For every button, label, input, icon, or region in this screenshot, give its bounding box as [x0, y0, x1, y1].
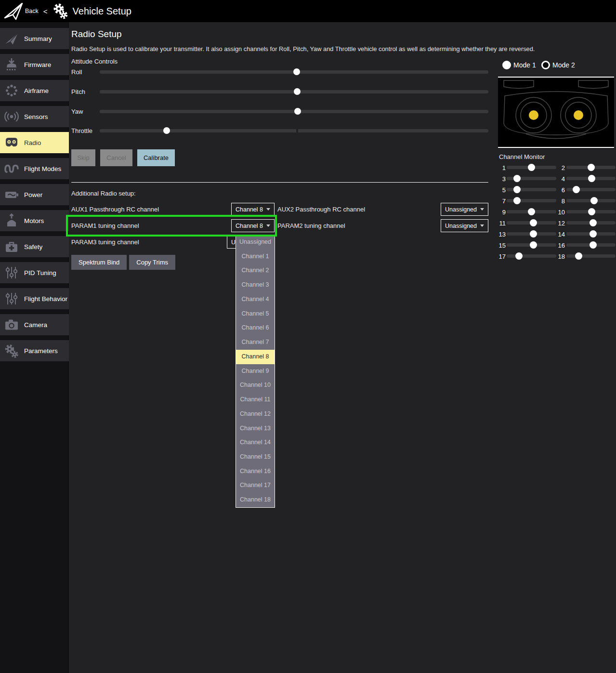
attitude-slider-throttle: Throttle: [71, 126, 490, 136]
mode-radio-mode-1[interactable]: [502, 61, 511, 69]
channel-monitor-dot: [528, 208, 535, 215]
gears-icon: [4, 343, 19, 358]
channel-number: 12: [556, 220, 565, 227]
channel-monitor-heading: Channel Monitor: [499, 153, 545, 160]
channel-number: 3: [497, 175, 506, 183]
channel-monitor-track: [566, 210, 616, 213]
channel-monitor-track: [507, 188, 556, 191]
dropdown-option-channel-8[interactable]: Channel 8: [236, 350, 275, 364]
left-stick-dot: [529, 110, 538, 120]
channel-number: 8: [556, 198, 565, 205]
calibrate-button[interactable]: Calibrate: [137, 149, 175, 166]
dropdown-option-channel-16[interactable]: Channel 16: [236, 464, 275, 479]
sidebar-item-label: Flight Modes: [24, 165, 61, 172]
sidebar-item-label: Camera: [24, 321, 47, 329]
dropdown-aux2-passthrough-rc-channel[interactable]: Unassigned: [441, 203, 488, 216]
channel-monitor-track: [566, 188, 616, 191]
channel-number: 5: [497, 186, 506, 194]
sidebar-item-label: Flight Behavior: [24, 295, 67, 303]
copy-trims-button[interactable]: Copy Trims: [129, 255, 175, 270]
channel-monitor-dot: [573, 186, 580, 193]
channel-number: 17: [497, 253, 506, 260]
dropdown-option-channel-13[interactable]: Channel 13: [236, 422, 275, 436]
sidebar-item-airframe[interactable]: Airframe: [0, 80, 69, 101]
dropdown-param1-tuning-channel[interactable]: Channel 8: [231, 219, 275, 232]
sidebar-item-firmware[interactable]: Firmware: [0, 54, 69, 75]
channel-monitor-dot: [528, 164, 535, 171]
sidebar-item-parameters[interactable]: Parameters: [0, 340, 69, 361]
sidebar-item-label: Sensors: [24, 113, 48, 120]
flight-modes-icon: [4, 161, 19, 176]
dropdown-option-channel-9[interactable]: Channel 9: [236, 364, 275, 379]
dropdown-option-channel-15[interactable]: Channel 15: [236, 450, 275, 464]
slider-track-seam: [296, 129, 298, 132]
slider-handle: [163, 127, 170, 134]
slider-handle: [294, 88, 301, 95]
skip-button[interactable]: Skip: [71, 149, 95, 166]
channel-number: 14: [556, 231, 565, 238]
dropdown-option-channel-10[interactable]: Channel 10: [236, 378, 275, 393]
dropdown-option-channel-17[interactable]: Channel 17: [236, 478, 275, 493]
assignment-label-param3-tuning-channel: PARAM3 tuning channel: [71, 238, 139, 246]
slider-track: [100, 110, 488, 113]
dropdown-option-channel-4[interactable]: Channel 4: [236, 292, 275, 307]
back-button[interactable]: Back: [25, 8, 39, 14]
channel-monitor-track: [566, 166, 616, 169]
dropdown-option-channel-18[interactable]: Channel 18: [236, 493, 275, 507]
cancel-button[interactable]: Cancel: [100, 149, 132, 166]
dropdown-option-channel-11[interactable]: Channel 11: [236, 393, 275, 407]
channel-monitor-track: [507, 210, 556, 213]
channel-monitor-dot: [590, 230, 597, 238]
sidebar-item-label: Radio: [24, 139, 41, 146]
channel-monitor-dot: [530, 219, 537, 226]
slider-label: Throttle: [71, 127, 92, 134]
sidebar-item-motors[interactable]: Motors: [0, 210, 69, 231]
channel-monitor-track: [566, 177, 616, 180]
sidebar-item-flight-modes[interactable]: Flight Modes: [0, 158, 69, 179]
dropdown-option-channel-7[interactable]: Channel 7: [236, 335, 275, 350]
plane-icon: [4, 31, 19, 46]
additional-radio-setup-heading: Additional Radio setup:: [71, 190, 136, 197]
chevron-down-icon: [266, 224, 270, 227]
channel-monitor-track: [507, 166, 556, 169]
mode-radio-mode-2[interactable]: [541, 61, 550, 69]
channel-monitor-track: [507, 254, 556, 258]
dropdown-option-channel-6[interactable]: Channel 6: [236, 321, 275, 335]
channel-monitor-track: [566, 221, 616, 224]
sidebar-item-pid-tuning[interactable]: PID Tuning: [0, 262, 69, 283]
sidebar-item-radio[interactable]: Radio: [0, 132, 69, 153]
dropdown-value: Channel 8: [236, 206, 263, 213]
dropdown-option-unassigned[interactable]: Unassigned: [236, 235, 275, 250]
section-divider: [71, 182, 488, 183]
channel-monitor-track: [566, 232, 616, 236]
dropdown-option-channel-2[interactable]: Channel 2: [236, 264, 275, 278]
sidebar-item-label: Summary: [24, 35, 52, 42]
sidebar-item-label: Motors: [24, 217, 44, 224]
sensors-icon: [4, 109, 19, 124]
dropdown-aux1-passthrough-rc-channel[interactable]: Channel 8: [231, 203, 275, 216]
sidebar-item-summary[interactable]: Summary: [0, 28, 69, 49]
sidebar-item-label: Safety: [24, 243, 42, 251]
sidebar-item-flight-behavior[interactable]: Flight Behavior: [0, 288, 69, 309]
dropdown-option-channel-5[interactable]: Channel 5: [236, 307, 275, 321]
sidebar-item-label: PID Tuning: [24, 269, 56, 277]
channel-number: 2: [556, 164, 565, 172]
dropdown-option-channel-3[interactable]: Channel 3: [236, 278, 275, 292]
chevron-down-icon: [480, 208, 484, 211]
app-logo-plane-icon[interactable]: [3, 0, 24, 22]
dropdown-param2-tuning-channel[interactable]: Unassigned: [441, 219, 488, 232]
dropdown-option-channel-1[interactable]: Channel 1: [236, 250, 275, 264]
sidebar-item-safety[interactable]: Safety: [0, 236, 69, 257]
spektrum-bind-button[interactable]: Spektrum Bind: [71, 255, 127, 270]
sidebar-item-camera[interactable]: Camera: [0, 314, 69, 335]
sidebar-item-label: Power: [24, 191, 42, 198]
attitude-slider-pitch: Pitch: [71, 87, 490, 97]
sidebar-item-sensors[interactable]: Sensors: [0, 106, 69, 127]
slider-label: Roll: [71, 68, 82, 76]
channel-monitor-dot: [575, 252, 582, 260]
slider-handle: [294, 108, 301, 115]
sidebar-item-power[interactable]: Power: [0, 184, 69, 205]
setup-sidebar: SummaryFirmwareAirframeSensorsRadioFligh…: [0, 22, 69, 673]
dropdown-option-channel-12[interactable]: Channel 12: [236, 407, 275, 422]
dropdown-option-channel-14[interactable]: Channel 14: [236, 435, 275, 450]
